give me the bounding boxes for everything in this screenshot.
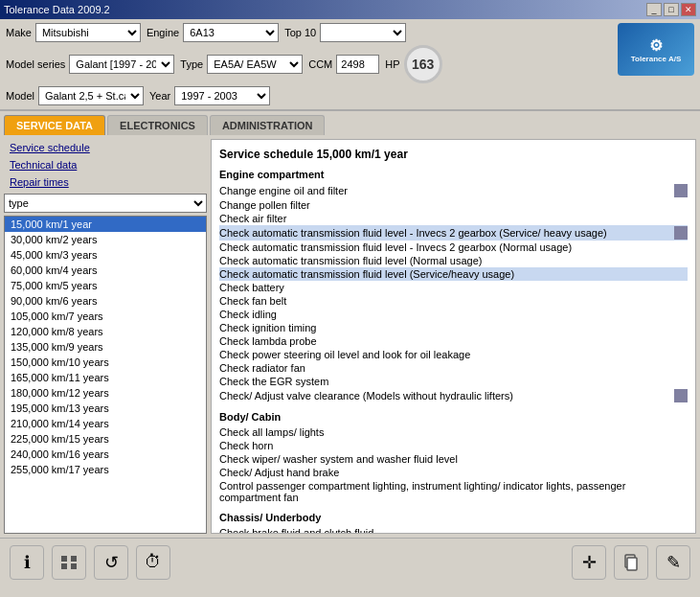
sidebar-list-item[interactable]: 135,000 km/9 years bbox=[5, 339, 206, 355]
content-item: Check wiper/ washer system and washer fl… bbox=[219, 452, 688, 466]
document-icon bbox=[674, 389, 688, 402]
sidebar-list-item[interactable]: 180,000 km/12 years bbox=[5, 385, 206, 401]
tab-service-data[interactable]: SERVICE DATA bbox=[4, 115, 105, 135]
item-text: Change pollen filter bbox=[219, 199, 688, 211]
sidebar-item-technical-data[interactable]: Technical data bbox=[4, 156, 207, 173]
item-text: Check ignition timing bbox=[219, 322, 688, 333]
item-text: Check battery bbox=[219, 282, 688, 293]
top10-group: Top 10 bbox=[284, 23, 406, 42]
content-item: Check battery bbox=[219, 281, 688, 294]
item-text: Check all lamps/ lights bbox=[219, 426, 688, 438]
svg-rect-1 bbox=[71, 556, 77, 562]
title-bar-buttons: _ □ ✕ bbox=[646, 3, 696, 16]
type-select[interactable]: EA5A/ EA5W bbox=[207, 55, 303, 74]
content-item: Check radiator fan bbox=[219, 361, 688, 375]
svg-rect-2 bbox=[61, 563, 67, 569]
item-text: Check brake fluid and clutch fluid bbox=[219, 527, 688, 534]
content-item: Check automatic transmission fluid level… bbox=[219, 267, 688, 281]
item-text: Check radiator fan bbox=[219, 362, 688, 374]
maximize-button[interactable]: □ bbox=[664, 3, 679, 16]
tab-electronics[interactable]: ELECTRONICS bbox=[107, 115, 208, 135]
item-text: Check automatic transmission fluid level… bbox=[219, 268, 688, 280]
hp-display: 163 bbox=[404, 45, 442, 83]
content-item: Check brake fluid and clutch fluid bbox=[219, 526, 688, 534]
sidebar-list-item[interactable]: 75,000 km/5 years bbox=[5, 278, 206, 293]
minimize-button[interactable]: _ bbox=[646, 3, 662, 16]
model-series-label: Model series bbox=[6, 58, 65, 70]
model-label: Model bbox=[6, 90, 34, 102]
section-header: Chassis/ Underbody bbox=[219, 512, 688, 523]
sidebar-list-item[interactable]: 165,000 km/11 years bbox=[5, 370, 206, 385]
top10-select[interactable] bbox=[320, 23, 406, 42]
hp-group: HP 163 bbox=[385, 45, 441, 83]
sidebar-list-item[interactable]: 105,000 km/7 years bbox=[5, 309, 206, 324]
sidebar-list-item[interactable]: 15,000 km/1 year bbox=[5, 217, 206, 232]
model-series-select[interactable]: Galant [1997 - 200: bbox=[69, 55, 174, 74]
item-text: Check power steering oil level and look … bbox=[219, 349, 688, 360]
sidebar-list-item[interactable]: 30,000 km/2 years bbox=[5, 232, 206, 247]
sidebar-list-item[interactable]: 45,000 km/3 years bbox=[5, 247, 206, 263]
refresh-button[interactable]: ↺ bbox=[94, 545, 128, 580]
sidebar-list-item[interactable]: 225,000 km/15 years bbox=[5, 431, 206, 447]
sidebar: Service schedule Technical data Repair t… bbox=[0, 135, 211, 538]
ccm-input[interactable] bbox=[336, 55, 379, 74]
logo-text: Tolerance A/S bbox=[631, 55, 681, 63]
item-text: Check the EGR system bbox=[219, 376, 688, 387]
item-text: Check lambda probe bbox=[219, 335, 688, 347]
item-text: Check wiper/ washer system and washer fl… bbox=[219, 453, 688, 465]
sidebar-item-repair-times[interactable]: Repair times bbox=[4, 173, 207, 191]
svg-rect-0 bbox=[61, 556, 67, 562]
engine-select[interactable]: 6A13 bbox=[183, 23, 279, 42]
content-item: Control passenger compartment lighting, … bbox=[219, 479, 688, 504]
sidebar-list-item[interactable]: 60,000 km/4 years bbox=[5, 263, 206, 278]
item-text: Check air filter bbox=[219, 213, 688, 224]
info-button[interactable]: ℹ bbox=[10, 545, 44, 580]
settings-icon bbox=[59, 553, 79, 572]
section-header: Body/ Cabin bbox=[219, 411, 688, 423]
year-select[interactable]: 1997 - 2003 bbox=[174, 86, 270, 105]
clock-button[interactable]: ⏱ bbox=[136, 545, 170, 580]
sidebar-list-item[interactable]: 150,000 km/10 years bbox=[5, 355, 206, 370]
model-select[interactable]: Galant 2,5 + St.car bbox=[38, 86, 144, 105]
logo: ⚙ Tolerance A/S bbox=[618, 23, 694, 76]
item-text: Check/ Adjust hand brake bbox=[219, 467, 688, 478]
tab-administration[interactable]: ADMINISTRATION bbox=[210, 115, 326, 135]
close-button[interactable]: ✕ bbox=[681, 3, 696, 16]
item-text: Control passenger compartment lighting, … bbox=[219, 480, 688, 503]
model-group: Model Galant 2,5 + St.car bbox=[6, 86, 144, 105]
sidebar-list-item[interactable]: 120,000 km/8 years bbox=[5, 324, 206, 339]
title-bar: Tolerance Data 2009.2 _ □ ✕ bbox=[0, 0, 700, 19]
type-label: Type bbox=[180, 58, 203, 70]
content-item: Change pollen filter bbox=[219, 198, 688, 212]
type-filter-select[interactable]: type bbox=[4, 194, 207, 213]
sidebar-list-item[interactable]: 255,000 km/17 years bbox=[5, 462, 206, 477]
make-select[interactable]: Mitsubishi bbox=[35, 23, 141, 42]
content-title: Service schedule 15,000 km/1 year bbox=[219, 148, 688, 161]
settings-button[interactable] bbox=[52, 545, 86, 580]
sidebar-list-item[interactable]: 195,000 km/13 years bbox=[5, 401, 206, 416]
content-item: Check/ Adjust valve clearance (Models wi… bbox=[219, 388, 688, 403]
year-group: Year 1997 - 2003 bbox=[149, 86, 270, 105]
content-item: Check automatic transmission fluid level… bbox=[219, 225, 688, 241]
make-group: Make Mitsubishi bbox=[6, 23, 141, 42]
content-item: Check/ Adjust hand brake bbox=[219, 466, 688, 479]
year-label: Year bbox=[149, 90, 170, 102]
move-button[interactable]: ✛ bbox=[572, 545, 606, 580]
svg-rect-5 bbox=[627, 558, 637, 570]
ccm-label: CCM bbox=[308, 58, 332, 70]
edit-button[interactable]: ✎ bbox=[656, 545, 690, 580]
content-item: Check fan belt bbox=[219, 294, 688, 308]
content-item: Check ignition timing bbox=[219, 321, 688, 334]
content-item: Check lambda probe bbox=[219, 334, 688, 348]
sidebar-list-item[interactable]: 210,000 km/14 years bbox=[5, 416, 206, 431]
content-item: Check air filter bbox=[219, 212, 688, 225]
item-text: Change engine oil and filter bbox=[219, 185, 670, 196]
sidebar-list-item[interactable]: 240,000 km/16 years bbox=[5, 447, 206, 462]
copy-button[interactable] bbox=[614, 545, 648, 580]
copy-icon bbox=[621, 553, 641, 572]
sidebar-list-item[interactable]: 90,000 km/6 years bbox=[5, 293, 206, 309]
item-text: Check idling bbox=[219, 309, 688, 320]
hp-label: HP bbox=[385, 58, 399, 70]
svg-rect-3 bbox=[71, 563, 77, 569]
sidebar-item-service-schedule[interactable]: Service schedule bbox=[4, 139, 207, 156]
